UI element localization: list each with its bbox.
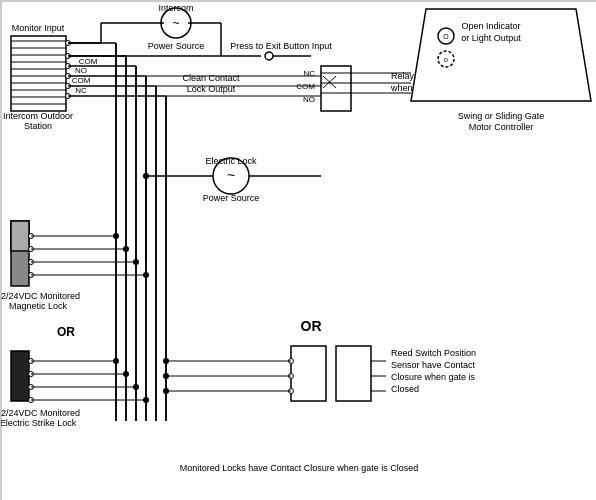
svg-text:Electric Lock: Electric Lock <box>205 156 257 166</box>
svg-text:COM: COM <box>72 76 91 85</box>
svg-text:NO: NO <box>75 66 87 75</box>
svg-text:12/24VDC Monitored: 12/24VDC Monitored <box>1 291 80 301</box>
svg-text:Open Indicator: Open Indicator <box>461 21 520 31</box>
svg-text:Station: Station <box>24 121 52 131</box>
svg-rect-1 <box>11 36 66 111</box>
svg-text:Closed: Closed <box>391 384 419 394</box>
svg-text:~: ~ <box>227 167 235 183</box>
svg-text:NC: NC <box>303 69 315 78</box>
svg-text:or Light Output: or Light Output <box>461 33 521 43</box>
svg-text:Power Source: Power Source <box>148 41 205 51</box>
svg-point-33 <box>265 52 273 60</box>
svg-rect-77 <box>11 351 29 401</box>
svg-rect-115 <box>291 346 326 401</box>
svg-text:Press to Exit Button Input: Press to Exit Button Input <box>230 41 332 51</box>
svg-text:12/24VDC Monitored: 12/24VDC Monitored <box>1 408 80 418</box>
svg-text:Power Source: Power Source <box>203 193 260 203</box>
svg-text:Monitored Locks have Contact C: Monitored Locks have Contact Closure whe… <box>180 463 419 473</box>
svg-text:o: o <box>444 56 448 63</box>
svg-text:NO: NO <box>303 95 315 104</box>
svg-text:Closure when gate is: Closure when gate is <box>391 372 476 382</box>
svg-text:Magnetic Lock: Magnetic Lock <box>9 301 68 311</box>
svg-text:Intercom: Intercom <box>158 3 193 13</box>
svg-text:O: O <box>443 33 449 40</box>
svg-text:Motor Controller: Motor Controller <box>469 122 534 132</box>
svg-rect-65 <box>11 221 29 251</box>
svg-text:Electric Strike Lock: Electric Strike Lock <box>1 418 77 428</box>
svg-text:COM: COM <box>79 57 98 66</box>
svg-text:Sensor have Contact: Sensor have Contact <box>391 360 476 370</box>
svg-text:OR: OR <box>57 325 75 339</box>
wiring-diagram: Monitor Input Intercom Outdoor Station ~… <box>0 0 596 500</box>
svg-text:NC: NC <box>75 86 87 95</box>
svg-text:Swing or Sliding Gate: Swing or Sliding Gate <box>458 111 545 121</box>
svg-text:Monitor Input: Monitor Input <box>12 23 65 33</box>
svg-rect-116 <box>336 346 371 401</box>
svg-text:OR: OR <box>301 318 322 334</box>
svg-text:~: ~ <box>172 16 179 30</box>
svg-text:Intercom Outdoor: Intercom Outdoor <box>3 111 73 121</box>
svg-text:Reed Switch Position: Reed Switch Position <box>391 348 476 358</box>
svg-text:Clean Contact: Clean Contact <box>182 73 240 83</box>
svg-text:COM: COM <box>296 82 315 91</box>
